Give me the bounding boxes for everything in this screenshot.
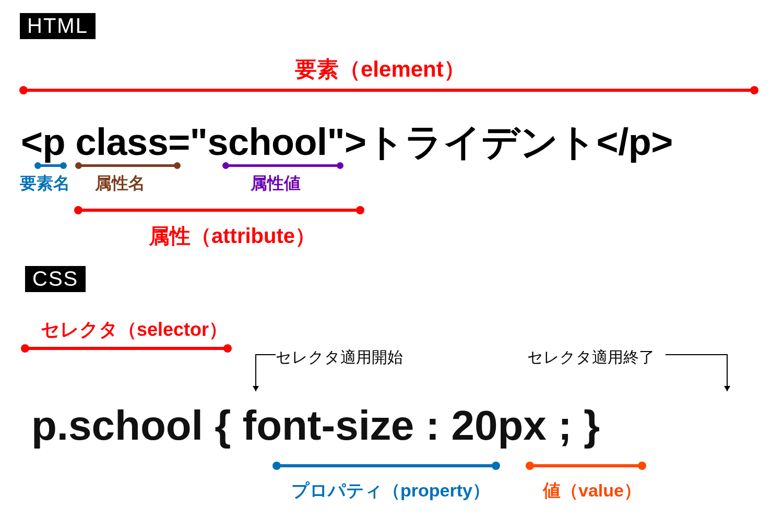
html-code-line: <p class="school">トライデント</p> xyxy=(21,117,673,167)
label-value: 値（value） xyxy=(543,479,642,503)
bar-property xyxy=(277,464,496,467)
arrow-selector-start xyxy=(251,344,282,396)
bar-attribute xyxy=(78,209,360,212)
arrow-selector-end xyxy=(666,344,733,396)
label-element: 要素（element） xyxy=(295,55,466,84)
css-code-line: p.school { font-size : 20px ; } xyxy=(31,402,600,450)
label-selector-start: セレクタ適用開始 xyxy=(276,347,403,368)
badge-html: HTML xyxy=(20,13,96,39)
bar-selector xyxy=(25,347,228,350)
bar-value xyxy=(530,464,642,467)
label-element-name: 要素名 xyxy=(20,172,70,195)
label-attr-value: 属性値 xyxy=(251,172,301,195)
label-selector: セレクタ（selector） xyxy=(41,317,228,343)
label-property: プロパティ（property） xyxy=(291,479,490,503)
label-attr-name: 属性名 xyxy=(95,172,145,195)
label-attribute: 属性（attribute） xyxy=(149,222,316,250)
bar-attr-name xyxy=(78,164,177,167)
bar-attr-value xyxy=(226,164,340,167)
diagram-stage: HTML 要素（element） <p class="school">トライデン… xyxy=(0,0,783,532)
bar-element xyxy=(23,89,754,92)
bar-element-name xyxy=(38,164,64,167)
badge-css: CSS xyxy=(25,266,86,292)
label-selector-end: セレクタ適用終了 xyxy=(527,347,655,368)
